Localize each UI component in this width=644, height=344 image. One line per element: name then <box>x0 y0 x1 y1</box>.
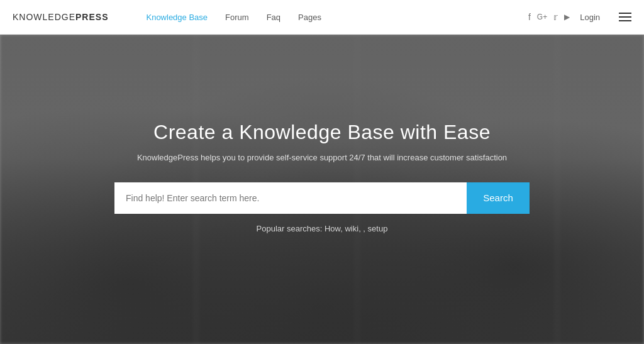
logo-press: PRESS <box>75 12 108 22</box>
search-button[interactable]: Search <box>467 182 530 214</box>
header-left: KNOWLEDGEPRESS Knowledge Base Forum Faq … <box>13 12 321 22</box>
popular-searches: Popular searches: How, wiki, , setup <box>257 224 388 233</box>
nav-item-pages[interactable]: Pages <box>298 13 321 22</box>
youtube-icon[interactable]: ▶ <box>564 13 570 21</box>
hamburger-line-1 <box>619 13 631 14</box>
logo-knowledge: KNOWLEDGE <box>13 12 75 22</box>
nav-item-knowledge-base[interactable]: Knowledge Base <box>146 13 208 22</box>
search-container: Search <box>114 182 530 214</box>
hero-content: Create a Knowledge Base with Ease Knowle… <box>0 121 644 233</box>
login-button[interactable]: Login <box>580 13 600 22</box>
social-icons: f G+ 𝕣 ▶ <box>528 12 570 22</box>
main-nav: Knowledge Base Forum Faq Pages <box>146 13 321 22</box>
site-logo[interactable]: KNOWLEDGEPRESS <box>13 12 108 22</box>
header-right: f G+ 𝕣 ▶ Login <box>528 12 631 22</box>
search-input[interactable] <box>114 182 467 214</box>
hero-title: Create a Knowledge Base with Ease <box>153 121 491 144</box>
site-header: KNOWLEDGEPRESS Knowledge Base Forum Faq … <box>0 0 644 35</box>
nav-item-faq[interactable]: Faq <box>267 13 280 22</box>
google-plus-icon[interactable]: G+ <box>537 13 547 21</box>
hamburger-menu[interactable] <box>619 13 631 21</box>
hero-section: Create a Knowledge Base with Ease Knowle… <box>0 35 644 344</box>
hamburger-line-3 <box>619 20 631 21</box>
twitter-icon[interactable]: 𝕣 <box>553 12 558 22</box>
nav-item-forum[interactable]: Forum <box>225 13 249 22</box>
hero-subtitle: KnowledgePress helps you to provide self… <box>137 153 507 162</box>
hamburger-line-2 <box>619 16 631 18</box>
facebook-icon[interactable]: f <box>528 12 531 22</box>
